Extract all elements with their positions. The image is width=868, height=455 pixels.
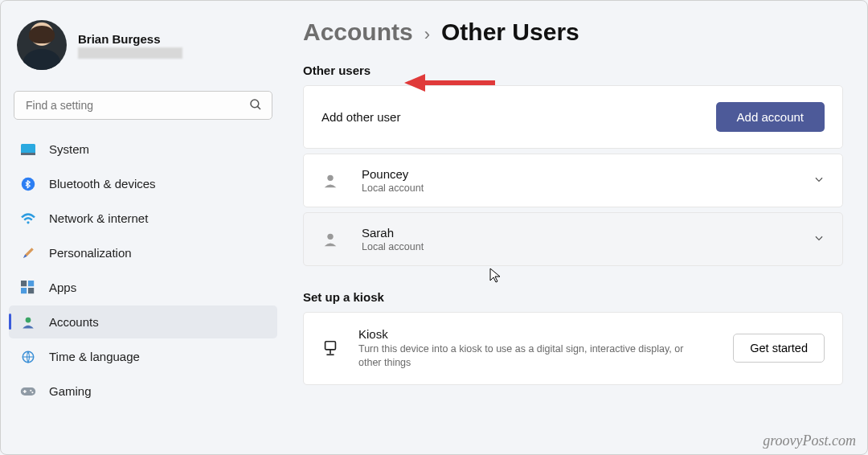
sidebar-item-apps[interactable]: Apps	[9, 271, 277, 304]
system-icon	[20, 141, 36, 158]
add-other-user-label: Add other user	[321, 110, 400, 124]
kiosk-description: Turn this device into a kiosk to use as …	[358, 342, 704, 370]
user-type: Local account	[362, 241, 805, 252]
kiosk-label-group: Kiosk Turn this device into a kiosk to u…	[358, 327, 733, 370]
svg-rect-13	[21, 387, 35, 396]
globe-clock-icon	[20, 349, 36, 365]
svg-point-19	[327, 233, 333, 239]
bluetooth-icon	[20, 176, 36, 192]
sidebar-item-gaming[interactable]: Gaming	[9, 375, 277, 408]
svg-rect-2	[21, 144, 35, 154]
svg-rect-20	[326, 342, 336, 350]
apps-icon	[20, 280, 36, 296]
profile-email-redacted	[78, 47, 182, 59]
search-input[interactable]	[14, 91, 272, 120]
sidebar-item-time-language[interactable]: Time & language	[9, 340, 277, 373]
chevron-right-icon: ›	[424, 24, 430, 45]
search-icon[interactable]	[248, 97, 263, 115]
accounts-icon	[20, 314, 36, 330]
sidebar-item-personalization[interactable]: Personalization	[9, 236, 277, 269]
sidebar-item-label: Bluetooth & devices	[49, 177, 156, 191]
sidebar-item-label: Apps	[49, 281, 76, 294]
kiosk-card: Kiosk Turn this device into a kiosk to u…	[303, 312, 843, 385]
user-row-pouncey[interactable]: Pouncey Local account	[303, 154, 843, 207]
breadcrumb-current: Other Users	[441, 18, 579, 46]
svg-point-5	[27, 221, 29, 223]
svg-point-10	[26, 317, 31, 322]
svg-rect-8	[21, 288, 27, 293]
kiosk-icon	[321, 339, 339, 357]
sidebar-item-system[interactable]: System	[9, 133, 277, 166]
svg-rect-7	[28, 281, 34, 286]
breadcrumb: Accounts › Other Users	[303, 18, 843, 46]
profile-text: Brian Burgess	[78, 32, 182, 59]
gamepad-icon	[20, 383, 36, 400]
sidebar-item-label: System	[49, 142, 89, 156]
sidebar-item-label: Network & internet	[49, 211, 148, 225]
person-icon	[321, 231, 339, 248]
get-started-button[interactable]: Get started	[733, 334, 825, 363]
sidebar-item-bluetooth[interactable]: Bluetooth & devices	[9, 167, 277, 200]
svg-rect-3	[21, 153, 35, 155]
section-heading-other-users: Other users	[303, 64, 843, 77]
sidebar-item-label: Time & language	[49, 350, 140, 363]
kiosk-title: Kiosk	[358, 327, 733, 341]
user-row-sarah[interactable]: Sarah Local account	[303, 212, 843, 266]
svg-rect-9	[28, 288, 34, 293]
wifi-icon	[20, 211, 36, 227]
breadcrumb-parent[interactable]: Accounts	[303, 18, 413, 46]
chevron-down-icon	[813, 232, 825, 247]
sidebar: Brian Burgess System Bluetooth & devices…	[1, 1, 282, 455]
svg-point-18	[327, 174, 333, 180]
sidebar-item-network[interactable]: Network & internet	[9, 202, 277, 235]
add-account-button[interactable]: Add account	[716, 102, 825, 132]
svg-point-16	[30, 389, 31, 391]
chevron-down-icon	[813, 174, 825, 188]
nav-list: System Bluetooth & devices Network & int…	[9, 133, 277, 408]
watermark: groovyPost.com	[763, 432, 856, 449]
add-other-user-card: Add other user Add account	[303, 85, 843, 149]
user-type: Local account	[362, 182, 805, 194]
sidebar-item-label: Personalization	[49, 246, 132, 260]
search-container	[14, 91, 272, 120]
svg-line-1	[257, 106, 260, 109]
sidebar-item-label: Gaming	[49, 384, 92, 398]
profile-name: Brian Burgess	[78, 32, 182, 46]
section-heading-kiosk: Set up a kiosk	[303, 290, 843, 304]
profile-block[interactable]: Brian Burgess	[9, 15, 277, 81]
sidebar-item-accounts[interactable]: Accounts	[9, 305, 277, 338]
svg-rect-6	[21, 281, 27, 286]
sidebar-item-label: Accounts	[49, 315, 99, 329]
main-panel: Accounts › Other Users Other users Add o…	[298, 1, 859, 455]
user-name: Pouncey	[362, 167, 805, 181]
user-label-group: Sarah Local account	[362, 226, 805, 252]
person-icon	[321, 172, 339, 190]
svg-point-0	[251, 100, 259, 108]
avatar	[17, 20, 67, 70]
user-label-group: Pouncey Local account	[362, 167, 805, 194]
paintbrush-icon	[20, 245, 36, 261]
user-name: Sarah	[362, 226, 805, 240]
svg-point-17	[31, 391, 33, 393]
